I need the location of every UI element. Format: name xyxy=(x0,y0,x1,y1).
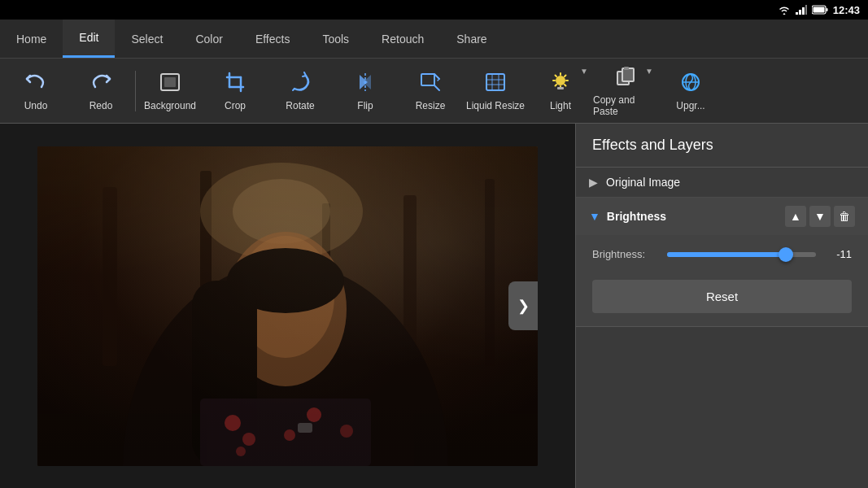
svg-rect-33 xyxy=(557,87,564,89)
toggle-panel-button[interactable]: ❯ xyxy=(508,281,538,330)
resize-tool[interactable]: Resize xyxy=(398,62,463,120)
svg-point-57 xyxy=(284,429,295,441)
brightness-slider-fill xyxy=(667,252,786,257)
status-bar: 12:43 xyxy=(0,0,868,20)
original-image-layer[interactable]: ▶ Original Image xyxy=(576,168,868,198)
brightness-layer: ▼ Brightness ▲ ▼ 🗑 Brightness: -11 xyxy=(576,198,868,327)
copy-paste-icon xyxy=(613,65,638,91)
crop-tool[interactable]: Crop xyxy=(203,62,268,120)
brightness-slider-thumb[interactable] xyxy=(779,247,793,262)
rotate-tool[interactable]: Rotate xyxy=(268,62,333,120)
tab-home[interactable]: Home xyxy=(0,20,63,58)
copy-paste-arrow-icon: ▼ xyxy=(645,67,653,76)
svg-line-30 xyxy=(565,85,566,86)
svg-point-59 xyxy=(236,447,246,456)
tab-effects[interactable]: Effects xyxy=(239,20,307,58)
svg-point-56 xyxy=(307,407,321,422)
svg-rect-44 xyxy=(485,179,495,366)
svg-rect-16 xyxy=(421,74,434,85)
redo-tool[interactable]: Redo xyxy=(68,62,133,120)
svg-rect-8 xyxy=(164,77,176,87)
trees-bg xyxy=(37,146,538,466)
upgrade-tool[interactable]: Upgr... xyxy=(658,62,723,120)
liquid-resize-icon xyxy=(483,71,508,97)
reset-button-container: Reset xyxy=(576,273,868,326)
flip-tool[interactable]: Flip xyxy=(333,62,398,120)
redo-label: Redo xyxy=(89,100,113,111)
light-icon xyxy=(548,71,573,97)
toggle-panel-icon: ❯ xyxy=(517,297,530,315)
canvas-area: ❯ xyxy=(0,124,575,488)
original-image-label: Original Image xyxy=(606,176,680,189)
svg-line-32 xyxy=(556,85,557,86)
background-icon xyxy=(158,71,182,97)
time-display: 12:43 xyxy=(833,4,860,16)
signal-icon xyxy=(796,5,807,15)
light-label: Light xyxy=(550,100,571,111)
liquid-resize-tool[interactable]: Liquid Resize xyxy=(463,62,528,120)
tab-retouch[interactable]: Retouch xyxy=(365,20,440,58)
rotate-icon xyxy=(288,71,312,97)
toolbar: Undo Redo Background xyxy=(0,59,868,124)
flip-label: Flip xyxy=(357,100,373,111)
canvas-wrapper: ❯ xyxy=(37,146,538,466)
undo-icon xyxy=(24,71,48,97)
svg-rect-1 xyxy=(799,10,801,15)
svg-rect-60 xyxy=(298,423,312,433)
crop-icon xyxy=(223,71,247,97)
svg-point-54 xyxy=(225,415,241,431)
redo-icon xyxy=(89,71,113,97)
svg-rect-41 xyxy=(103,187,117,366)
copy-paste-tool[interactable]: ▼ Copy and Paste xyxy=(593,62,658,120)
brightness-slider-row: Brightness: -11 xyxy=(576,235,868,273)
tab-share[interactable]: Share xyxy=(440,20,503,58)
wifi-icon xyxy=(778,5,791,15)
svg-line-18 xyxy=(434,85,439,90)
nav-tabs: Home Edit Select Color Effects Tools Ret… xyxy=(0,20,868,59)
svg-point-55 xyxy=(242,433,255,446)
main-content: ❯ Effects and Layers ▶ Original Image ▼ … xyxy=(0,124,868,488)
panel-title: Effects and Layers xyxy=(576,124,868,168)
battery-icon xyxy=(812,5,828,15)
tab-edit[interactable]: Edit xyxy=(63,20,115,58)
resize-icon xyxy=(418,71,443,97)
tab-tools[interactable]: Tools xyxy=(306,20,365,58)
brightness-value: -11 xyxy=(826,248,852,260)
photo-canvas[interactable] xyxy=(37,146,538,466)
svg-rect-5 xyxy=(826,8,827,11)
background-label: Background xyxy=(144,100,196,111)
svg-rect-19 xyxy=(486,74,504,90)
svg-rect-0 xyxy=(796,12,798,15)
layer-delete-button[interactable]: 🗑 xyxy=(834,206,855,227)
effects-panel: Effects and Layers ▶ Original Image ▼ Br… xyxy=(575,124,868,488)
svg-line-31 xyxy=(565,75,566,76)
liquid-resize-label: Liquid Resize xyxy=(466,100,525,111)
resize-label: Resize xyxy=(416,100,446,111)
light-arrow-icon: ▼ xyxy=(580,67,588,76)
light-tool[interactable]: ▼ Light xyxy=(528,62,593,120)
svg-rect-35 xyxy=(622,68,634,81)
tab-select[interactable]: Select xyxy=(115,20,179,58)
status-icons: 12:43 xyxy=(778,4,860,16)
svg-line-29 xyxy=(556,75,557,76)
brightness-slider-track[interactable] xyxy=(667,252,816,257)
undo-tool[interactable]: Undo xyxy=(3,62,68,120)
original-image-arrow-icon: ▶ xyxy=(589,176,598,189)
svg-rect-36 xyxy=(624,67,629,70)
layer-move-down-button[interactable]: ▼ xyxy=(809,206,831,227)
reset-button[interactable]: Reset xyxy=(592,280,852,313)
brightness-expand-icon[interactable]: ▼ xyxy=(589,210,600,223)
svg-point-58 xyxy=(340,425,353,438)
background-tool[interactable]: Background xyxy=(137,62,203,120)
brightness-slider-label: Brightness: xyxy=(592,248,657,260)
rotate-label: Rotate xyxy=(286,100,314,111)
brightness-header: ▼ Brightness ▲ ▼ 🗑 xyxy=(576,198,868,235)
crop-label: Crop xyxy=(225,100,246,111)
svg-marker-14 xyxy=(363,75,371,89)
layer-controls: ▲ ▼ 🗑 xyxy=(785,206,855,227)
layer-move-up-button[interactable]: ▲ xyxy=(785,206,806,227)
svg-rect-3 xyxy=(805,5,807,15)
svg-rect-2 xyxy=(802,7,805,15)
tab-color[interactable]: Color xyxy=(179,20,238,58)
copy-paste-label: Copy and Paste xyxy=(593,94,658,117)
